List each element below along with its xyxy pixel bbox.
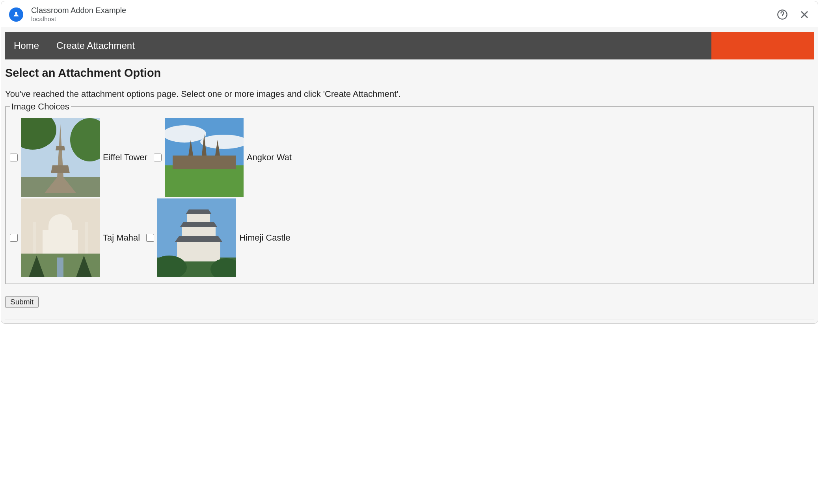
svg-rect-17 [57,258,63,277]
choice-row-1: Eiffel Tower [10,117,809,198]
dialog-body: Home Create Attachment Select an Attachm… [1,28,818,323]
svg-rect-11 [173,156,236,169]
choice-checkbox-eiffel-tower[interactable] [10,154,18,161]
thumbnail-himeji-castle [157,198,236,277]
submit-button[interactable]: Submit [5,296,39,308]
dialog-subtitle: localhost [31,16,777,23]
svg-rect-22 [187,214,210,222]
divider [5,319,814,319]
svg-rect-15 [33,222,36,254]
svg-point-2 [782,17,782,17]
fieldset-legend: Image Choices [10,102,71,112]
page-content: Select an Attachment Option You've reach… [5,59,814,319]
nav-home[interactable]: Home [5,32,48,59]
nav-create-attachment-label: Create Attachment [56,40,135,51]
nav-home-label: Home [14,40,39,51]
svg-rect-20 [177,242,220,261]
thumbnail-eiffel-tower [21,118,100,197]
dialog-header: Classroom Addon Example localhost [1,1,818,28]
choice-label-angkor-wat: Angkor Wat [247,152,292,163]
page-description: You've reached the attachment options pa… [5,89,814,99]
addon-dialog: Classroom Addon Example localhost Home C… [1,1,818,324]
choice-angkor-wat: Angkor Wat [154,118,296,197]
svg-point-0 [15,12,17,14]
choice-row-2: Taj Mahal [10,198,809,278]
svg-point-8 [165,125,206,143]
addon-logo-icon [9,7,23,22]
choice-himeji-castle: Himeji Castle [146,198,294,277]
choice-label-taj-mahal: Taj Mahal [103,233,140,243]
page-heading: Select an Attachment Option [5,67,814,80]
choice-eiffel-tower: Eiffel Tower [10,118,151,197]
choice-checkbox-himeji-castle[interactable] [146,234,154,242]
svg-rect-16 [85,222,88,254]
dialog-title-block: Classroom Addon Example localhost [31,6,777,23]
image-choices-fieldset: Image Choices [5,102,814,284]
svg-rect-10 [165,165,244,197]
thumbnail-taj-mahal [21,198,100,277]
thumbnail-angkor-wat [165,118,244,197]
nav-create-attachment[interactable]: Create Attachment [48,32,143,59]
choice-checkbox-taj-mahal[interactable] [10,234,18,242]
choice-label-himeji-castle: Himeji Castle [239,233,290,243]
help-icon[interactable] [777,9,788,20]
navbar: Home Create Attachment [5,32,814,59]
choice-checkbox-angkor-wat[interactable] [154,154,162,161]
choice-label-eiffel-tower: Eiffel Tower [103,152,147,163]
svg-rect-21 [182,227,216,236]
close-icon[interactable] [799,9,810,20]
dialog-title: Classroom Addon Example [31,6,777,15]
choice-taj-mahal: Taj Mahal [10,198,144,277]
dialog-actions [777,9,810,20]
navbar-spacer [143,32,711,59]
navbar-accent [711,32,814,59]
svg-rect-14 [43,230,78,254]
